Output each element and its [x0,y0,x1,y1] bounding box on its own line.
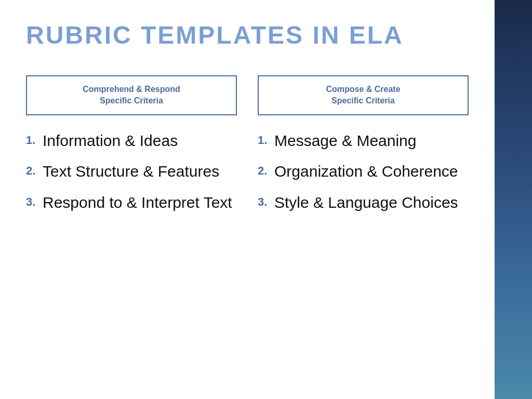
main-content: RUBRIC TEMPLATES IN ELA Comprehend & Res… [0,0,495,399]
list-text: Style & Language Choices [274,193,458,212]
list-text: Respond to & Interpret Text [43,193,232,212]
right-criteria-box: Compose & Create Specific Criteria [258,75,469,115]
list-text: Information & Ideas [43,131,178,151]
list-number: 1. [258,131,274,148]
list-number: 2. [26,162,43,178]
list-item: 2. Organization & Coherence [258,162,469,181]
page-title: RUBRIC TEMPLATES IN ELA [26,21,469,49]
list-item: 1. Information & Ideas [26,131,237,151]
list-text: Organization & Coherence [274,162,458,181]
list-number: 1. [26,131,43,148]
columns-container: Comprehend & Respond Specific Criteria 1… [26,75,469,223]
left-criteria-list: 1. Information & Ideas 2. Text Structure… [26,131,237,212]
list-item: 1. Message & Meaning [258,131,469,151]
list-item: 3. Respond to & Interpret Text [26,193,237,212]
right-box-title: Compose & Create Specific Criteria [268,84,458,107]
list-text: Message & Meaning [274,131,417,151]
list-number: 3. [258,193,274,209]
right-column: Compose & Create Specific Criteria 1. Me… [258,75,469,223]
right-criteria-list: 1. Message & Meaning 2. Organization & C… [258,131,469,212]
left-criteria-box: Comprehend & Respond Specific Criteria [26,75,237,115]
left-column: Comprehend & Respond Specific Criteria 1… [26,75,237,223]
list-number: 2. [258,162,274,178]
list-item: 2. Text Structure & Features [26,162,237,181]
list-number: 3. [26,193,43,209]
sidebar-panel [495,0,532,399]
list-text: Text Structure & Features [43,162,219,181]
list-item: 3. Style & Language Choices [258,193,469,212]
left-box-title: Comprehend & Respond Specific Criteria [36,84,227,107]
